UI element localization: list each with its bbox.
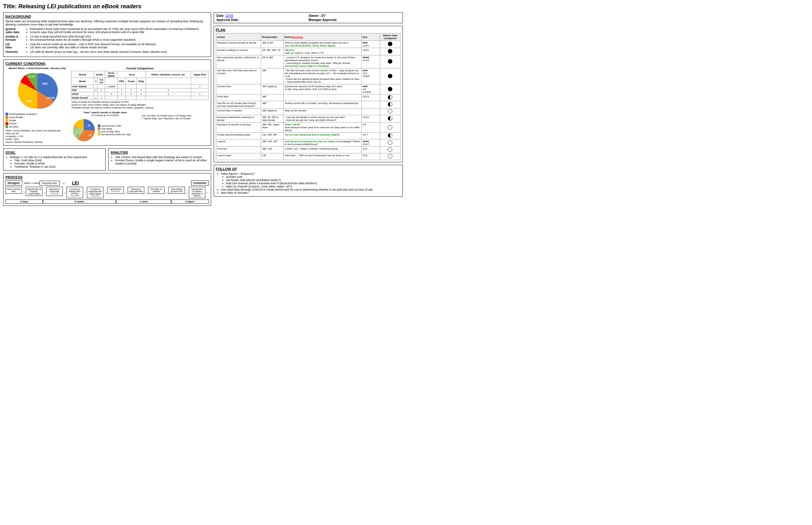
date-val: 12/16 <box>225 14 233 17</box>
follow-up-title: FOLLOW UP <box>216 167 401 171</box>
background-rows: generalsales data Estimated e-book sales… <box>5 27 209 54</box>
goal-analysis-row: GOAL Release 1 LEI title on 2-3 readers/… <box>3 148 211 170</box>
bg-lei-list: Only the Lexicon exists as an ebook – on… <box>30 43 156 49</box>
step-convert-requested: Convert to requested file output typesCo… <box>87 187 103 198</box>
date-label: Date: <box>217 14 224 17</box>
plan-row-14: Launch ads? CM Paid ads? – TBD at end of… <box>216 153 400 160</box>
plan-row-11: Create launch/marketing plan CM, JBF, RR… <box>216 133 400 139</box>
analysis-title: ANALYSIS <box>111 150 208 154</box>
step-receive-copy: Receive & copy-edit files <box>128 187 144 194</box>
kindle-search-notes: • No LEI titles on Kindle (but 2 LEI blo… <box>141 114 208 120</box>
step-upload: Upload files & request output types <box>26 187 42 196</box>
analysis-section: ANALYSIS Title Choice: test-based titles… <box>108 148 211 170</box>
svg-text:6%: 6% <box>23 84 27 87</box>
svg-text:85: 85 <box>88 124 90 127</box>
goal-title: GOAL <box>5 150 103 154</box>
bg-channels-list: LEI sells its ebook (eLex) on lean.org –… <box>30 50 167 54</box>
plan-row-1: Research current formats & decide JBF & … <box>216 41 400 48</box>
svg-text:6.5%: 6.5% <box>29 75 35 78</box>
kindle-search-subtitle: 172 results as of 12/10/09 <box>71 114 139 117</box>
plan-title: PLAN <box>216 28 401 32</box>
svg-text:28%: 28% <box>26 100 32 103</box>
bg-models-list: 14 new e-book launched from 6/09 through… <box>30 35 136 41</box>
market-share-pie: 40% 19.5% 28% 6% 6.5% <box>17 70 58 112</box>
plan-row-10: Research & decide on pricing JBF, RR, mg… <box>216 122 400 133</box>
pie-legend: Desktop/laptop computers Sony Reader Kin… <box>5 112 69 128</box>
bg-general-list: Estimated e-book sales have increased at… <box>30 27 199 34</box>
goal-section: GOAL Release 1 LEI title on 2-3 readers/… <box>3 148 106 170</box>
approval-label: Approval Date: <box>217 18 239 21</box>
designer-box: Designer <box>5 180 22 185</box>
pie-title: Market Share, e-book Downloads, January-… <box>5 67 69 70</box>
plan-row-3: Get conversion quotes, references, & dec… <box>216 55 400 69</box>
owner-val: JBF <box>320 14 326 17</box>
plan-row-12: Launch JBF, CM, JR? Soft launch on Amazo… <box>216 139 400 147</box>
process-section: PROCESS Designer within 1 week Request f… <box>3 173 211 206</box>
bg-label-general: generalsales data <box>5 27 23 34</box>
plan-row-2: Decide on title(s) to convert DP, RR, JB… <box>216 48 400 55</box>
title-label: Title: <box>3 3 17 10</box>
svg-text:10: 10 <box>77 135 79 137</box>
svg-text:72: 72 <box>88 134 91 136</box>
step-convert-interim: Convert to interim files (HTML)Converter <box>67 187 83 198</box>
process-title: PROCESS <box>5 175 209 179</box>
plan-row-8: Correct files if needed JBF (Aptera) May… <box>216 108 400 115</box>
plan-row-13: Promote JBF, CM e-letter 1/21, Twitter, … <box>216 147 400 153</box>
plan-row-7: Test file on LEI Kindle (and Sony?) and … <box>216 101 400 108</box>
bg-label-lei: LEItitles <box>5 43 23 49</box>
background-title: BACKGROUND <box>5 15 209 18</box>
svg-text:19.5%: 19.5% <box>47 96 55 100</box>
page-container: Title: Releasing LEI publications on eBo… <box>3 3 403 206</box>
svg-text:40%: 40% <box>42 82 48 85</box>
plan-table: Action Responsible Notes/Decision Due St… <box>216 33 401 160</box>
background-intro: Ebook sales are increasing while traditi… <box>5 20 209 26</box>
lei-label: LEI <box>72 180 79 185</box>
current-conditions-title: CURRENT CONDITIONS <box>5 62 209 65</box>
kindle-pie: 85 72 10 5 <box>71 117 97 143</box>
title-main: Releasing LEI publications on eBook read… <box>18 3 141 10</box>
background-section: BACKGROUND Ebook sales are increasing wh… <box>3 12 211 57</box>
format-table: Brand Kindle Nook(B&N) Sony Others: Book… <box>71 71 209 100</box>
step-give-sellers: Give sellers product info <box>169 187 185 194</box>
format-comparison-title: Format Comparison <box>71 67 209 70</box>
plan-row-6: Proof files JBF 12/23 <box>216 94 400 101</box>
step-test-files: Test files on readers <box>148 187 165 194</box>
kindle-legend: Lean Business Titles Lean Blogs Lean For… <box>98 124 131 136</box>
meta-box: Date: 12/16 Owner: JBF Approval Date: Ma… <box>214 12 403 23</box>
plan-row-4: Get files from Off-Piste and send to con… <box>216 69 400 84</box>
step-upload-files: Upload filesConverter <box>107 187 124 194</box>
kindle-search-section: "lean" search results in Kindle store 17… <box>71 111 209 143</box>
owner-label: Owner: <box>308 14 319 17</box>
plan-row-5: Convert files JBF (Aptera) Quoted turn-a… <box>216 84 400 94</box>
plan-row-9: Research distribution channels & decide … <box>216 115 400 122</box>
manager-label: Manager Approval: <box>308 18 337 21</box>
step-save: Save/ archive files <box>5 187 22 194</box>
follow-up-section: FOLLOW UP Sales figures – frequency? Num… <box>214 165 403 197</box>
current-conditions-section: CURRENT CONDITIONS Market Share, e-book … <box>3 60 211 146</box>
kindle-search-title: "lean" search results in Kindle store <box>71 111 139 114</box>
pie-notes: Other: Cool-er Bookeen, etc (Nook not re… <box>5 129 69 144</box>
customer-box: Customer <box>191 180 209 185</box>
request-files-box: Request files <box>40 181 60 185</box>
step-receive-check: Receive & check fileConverter <box>46 187 63 196</box>
bg-label-channels: channels <box>5 50 23 54</box>
step-upload-sellers: Upload files to sellers (Amazon & others… <box>189 187 205 198</box>
svg-text:5: 5 <box>75 126 77 129</box>
plan-section: PLAN Action Responsible Notes/Decision D… <box>214 26 403 162</box>
within-week-label: within 1 week <box>24 182 40 184</box>
bg-label-models: models &formats <box>5 35 23 41</box>
format-notes: *ePub & Kindle are flowable formats (com… <box>71 101 209 109</box>
page-title: Title: Releasing LEI publications on eBo… <box>3 3 403 10</box>
